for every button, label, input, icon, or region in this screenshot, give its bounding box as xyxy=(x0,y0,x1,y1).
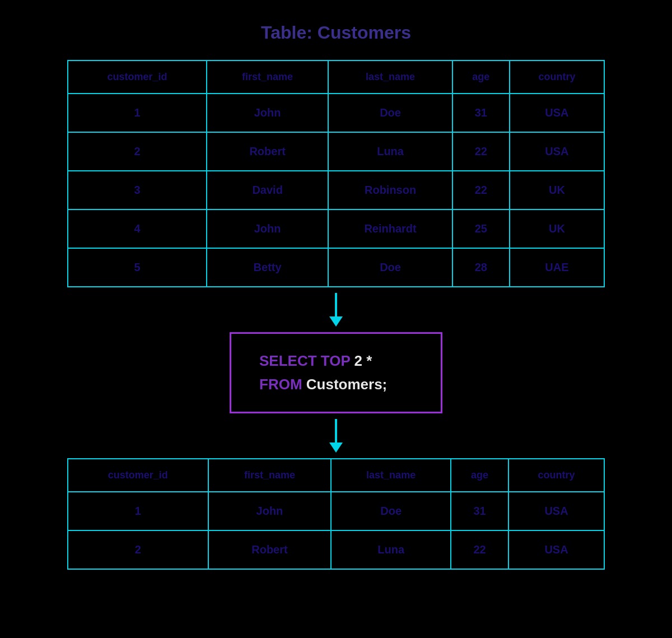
bottom-table-body: 1JohnDoe31USA2RobertLuna22USA xyxy=(68,492,604,569)
col-header-customer-id: customer_id xyxy=(68,60,207,94)
bottom-col-header-customer-id: customer_id xyxy=(68,459,208,492)
table-row: 2RobertLuna22USA xyxy=(68,132,604,171)
table-cell: 1 xyxy=(68,94,207,132)
table-cell: John xyxy=(207,209,328,248)
table-cell: John xyxy=(207,94,328,132)
sql-text-line1: 2 * xyxy=(354,352,372,369)
table-row: 5BettyDoe28UAE xyxy=(68,248,604,287)
table-cell: Luna xyxy=(328,132,452,171)
table-row: 4JohnReinhardt25UK xyxy=(68,209,604,248)
bottom-col-header-first-name: first_name xyxy=(208,459,332,492)
table-cell: Reinhardt xyxy=(328,209,452,248)
top-table: customer_id first_name last_name age cou… xyxy=(67,60,605,287)
arrow-line-1 xyxy=(335,293,337,316)
arrow-line-2 xyxy=(335,419,337,443)
col-header-first-name: first_name xyxy=(207,60,328,94)
arrow-head-2 xyxy=(329,443,343,453)
table-row: 1JohnDoe31USA xyxy=(68,94,604,132)
table-cell: USA xyxy=(508,492,604,530)
table-cell: USA xyxy=(508,530,604,569)
table-cell: 28 xyxy=(452,248,510,287)
table-cell: 31 xyxy=(451,492,508,530)
table-cell: 25 xyxy=(452,209,510,248)
table-cell: 3 xyxy=(68,171,207,209)
table-cell: 1 xyxy=(68,492,208,530)
sql-line-2: FROM Customers; xyxy=(259,373,413,397)
bottom-table: customer_id first_name last_name age cou… xyxy=(67,458,605,570)
page-container: Table: Customers customer_id first_name … xyxy=(28,22,644,570)
table-cell: John xyxy=(208,492,332,530)
bottom-col-header-last-name: last_name xyxy=(331,459,451,492)
bottom-col-header-country: country xyxy=(508,459,604,492)
table-cell: 31 xyxy=(452,94,510,132)
table-cell: David xyxy=(207,171,328,209)
arrow-down-2 xyxy=(329,419,343,453)
table-cell: 4 xyxy=(68,209,207,248)
table-cell: USA xyxy=(510,94,604,132)
page-title: Table: Customers xyxy=(261,22,411,43)
bottom-col-header-age: age xyxy=(451,459,508,492)
table-cell: Luna xyxy=(331,530,451,569)
col-header-country: country xyxy=(510,60,604,94)
top-table-body: 1JohnDoe31USA2RobertLuna22USA3DavidRobin… xyxy=(68,94,604,287)
table-cell: Doe xyxy=(331,492,451,530)
table-cell: 22 xyxy=(452,171,510,209)
table-cell: 22 xyxy=(452,132,510,171)
top-table-header-row: customer_id first_name last_name age cou… xyxy=(68,60,604,94)
table-cell: 22 xyxy=(451,530,508,569)
table-row: 3DavidRobinson22UK xyxy=(68,171,604,209)
table-cell: UK xyxy=(510,171,604,209)
arrow-down-1 xyxy=(329,293,343,327)
table-cell: Robinson xyxy=(328,171,452,209)
table-cell: UAE xyxy=(510,248,604,287)
table-cell: Doe xyxy=(328,248,452,287)
sql-line-1: SELECT TOP 2 * xyxy=(259,350,413,373)
table-cell: USA xyxy=(510,132,604,171)
col-header-age: age xyxy=(452,60,510,94)
bottom-table-header-row: customer_id first_name last_name age cou… xyxy=(68,459,604,492)
sql-keyword-select-top: SELECT TOP xyxy=(259,352,350,369)
arrow-head-1 xyxy=(329,316,343,327)
table-cell: 2 xyxy=(68,132,207,171)
table-row: 2RobertLuna22USA xyxy=(68,530,604,569)
table-cell: UK xyxy=(510,209,604,248)
col-header-last-name: last_name xyxy=(328,60,452,94)
sql-keyword-from: FROM xyxy=(259,376,302,393)
table-row: 1JohnDoe31USA xyxy=(68,492,604,530)
table-cell: Betty xyxy=(207,248,328,287)
table-cell: 2 xyxy=(68,530,208,569)
table-cell: Robert xyxy=(207,132,328,171)
table-cell: Doe xyxy=(328,94,452,132)
sql-text-line2: Customers; xyxy=(306,376,387,393)
table-cell: Robert xyxy=(208,530,332,569)
table-cell: 5 xyxy=(68,248,207,287)
sql-query-box: SELECT TOP 2 * FROM Customers; xyxy=(230,332,442,413)
